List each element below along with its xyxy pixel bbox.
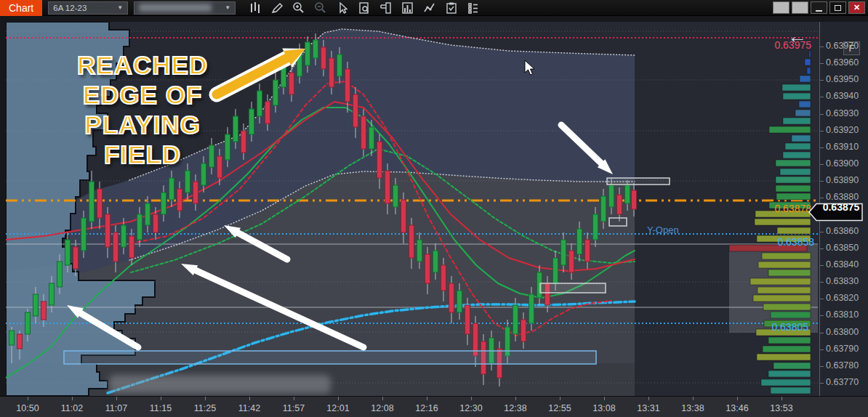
cursor-icon[interactable] [333, 1, 352, 15]
price-tick-label: 0.63970 [826, 41, 859, 51]
window-controls: ✕ [773, 1, 868, 14]
time-tick-label: 10:50 [16, 403, 39, 413]
chevron-down-icon: ▼ [117, 4, 123, 11]
time-tick-label: 12:08 [371, 403, 393, 413]
annotation-line-4: FIELD [48, 140, 237, 169]
annotation-line-3: PLAYING [48, 110, 237, 139]
price-tick-label: 0.63800 [826, 327, 859, 337]
time-tick-label: 13:38 [681, 403, 704, 413]
price-tick-label: 0.63960 [826, 57, 859, 68]
poc-price-label: 0.63878 [749, 203, 811, 214]
time-tick-label: 11:25 [194, 403, 216, 413]
time-tick-label: 13:08 [592, 403, 615, 413]
report-icon[interactable] [355, 1, 374, 15]
time-tick-label: 12:38 [504, 403, 526, 413]
time-tick-label: 11:15 [150, 403, 172, 413]
price-tick-label: 0.63910 [826, 142, 859, 152]
price-tick-label: 0.63880 [826, 192, 859, 202]
annotation-line-2: EDGE OF [48, 81, 237, 110]
price-tick-label: 0.63850 [826, 243, 859, 253]
time-tick-label: 12:16 [415, 403, 438, 413]
time-tick-label: 12:55 [548, 403, 571, 413]
zoom-in-icon[interactable] [289, 1, 308, 15]
secondary-dropdown[interactable]: ▼ [134, 1, 236, 15]
list-icon[interactable] [464, 1, 483, 15]
panel-icon[interactable] [377, 1, 395, 15]
histogram-icon[interactable] [398, 1, 417, 15]
zoom-out-icon[interactable] [311, 1, 330, 15]
chart-window: REACHED EDGE OF PLAYING FIELD 0.63975 0.… [0, 16, 868, 417]
price-tick-label: 0.63940 [826, 91, 859, 101]
restore-button[interactable] [829, 1, 846, 14]
toolbar-icons [246, 1, 483, 15]
price-tick-label: 0.63900 [826, 158, 859, 169]
close-button[interactable]: ✕ [848, 1, 865, 14]
window-button-1[interactable] [773, 1, 789, 14]
price-tick-label: 0.63840 [826, 259, 859, 270]
last-price-tag: 0.63875 [820, 201, 862, 213]
price-tick-label: 0.63860 [826, 226, 859, 236]
price-tick-label: 0.63950 [826, 74, 859, 84]
plot-area[interactable]: REACHED EDGE OF PLAYING FIELD 0.63975 0.… [6, 22, 819, 396]
toolbar: Chart 6A 12-23 ▼ ▼ [0, 0, 868, 16]
candlestick-icon[interactable] [246, 1, 265, 15]
time-tick-label: 12:01 [326, 403, 349, 413]
time-tick-label: 11:57 [283, 403, 305, 413]
chevron-down-icon: ▼ [225, 4, 230, 11]
price-tick-label: 0.63810 [826, 309, 859, 320]
clipboard-icon[interactable] [442, 1, 461, 15]
yopen-label: Y-Open [647, 224, 679, 235]
price-tick-label: 0.63920 [826, 125, 859, 135]
price-tick-label: 0.63930 [826, 108, 859, 118]
price-tick-label: 0.63770 [826, 377, 859, 387]
annotation-line-1: REACHED [48, 51, 237, 80]
redacted-text [139, 4, 212, 12]
price-tick-label: 0.63890 [826, 175, 859, 185]
instrument-dropdown[interactable]: 6A 12-23 ▼ [48, 1, 128, 15]
pencil-icon[interactable] [268, 1, 286, 15]
time-tick-label: 11:07 [105, 403, 127, 413]
price-tick-label: 0.63790 [826, 344, 859, 354]
time-tick-label: 12:30 [459, 403, 482, 413]
time-tick-label: 13:46 [726, 403, 748, 413]
line-chart-icon[interactable] [420, 1, 439, 15]
price-tick-label: 0.63820 [826, 293, 859, 303]
time-tick-label: 13:31 [637, 403, 659, 413]
time-tick-label: 13:53 [770, 403, 792, 413]
yopen-price-label: 0.63858 [752, 236, 814, 248]
price-tick-label: 0.63780 [826, 360, 859, 371]
minimize-button[interactable] [811, 1, 827, 14]
instrument-label: 6A 12-23 [53, 4, 87, 12]
price-tick-label: 0.63830 [826, 276, 859, 286]
trading-app-window: Chart 6A 12-23 ▼ ▼ [0, 0, 868, 417]
time-tick-label: 11:42 [238, 403, 260, 413]
time-axis[interactable]: 10:5011:0211:0711:1511:2511:4211:5712:01… [0, 396, 868, 417]
left-arrow-annotation: ← [787, 29, 807, 44]
tab-chart[interactable]: Chart [0, 0, 42, 16]
window-button-2[interactable] [792, 1, 808, 14]
support-price-label: 0.63805 [746, 321, 808, 333]
time-tick-label: 11:02 [61, 403, 83, 413]
